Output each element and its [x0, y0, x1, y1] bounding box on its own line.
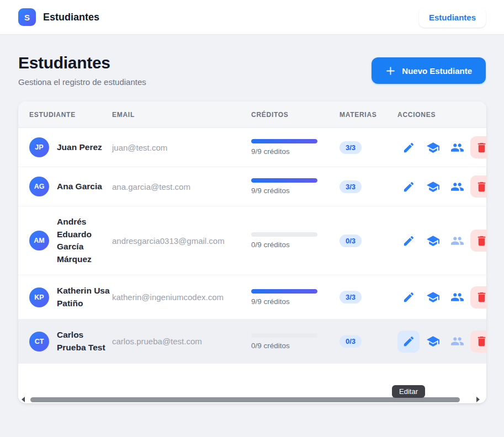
groups-button[interactable]: [446, 286, 468, 308]
pencil-icon: [402, 335, 415, 348]
materias-cell: 3/3: [339, 291, 397, 303]
credits-label: 0/9 créditos: [251, 342, 339, 350]
student-cell: AM Andrés Eduardo García Márquez: [29, 206, 112, 275]
people-icon: [450, 290, 464, 304]
student-cell: KP Katherin Usa Patiño: [29, 275, 112, 319]
credits-label: 9/9 créditos: [251, 297, 339, 306]
materias-cell: 3/3: [339, 180, 397, 193]
credits-label: 9/9 créditos: [251, 186, 339, 195]
column-header-acciones: Acciones: [397, 111, 486, 119]
page-subtitle: Gestiona el registro de estudiantes: [18, 77, 146, 87]
delete-button[interactable]: [470, 230, 486, 252]
people-icon: [450, 234, 464, 248]
credits-label: 9/9 créditos: [251, 147, 339, 156]
materias-cell: 0/3: [339, 235, 397, 247]
graduation-cap-icon: [426, 334, 440, 348]
trash-icon: [475, 291, 487, 303]
table-row: JP Juan Perez juan@test.com 9/9 créditos…: [18, 128, 486, 167]
student-cell: JP Juan Perez: [29, 128, 112, 167]
groups-button[interactable]: [446, 136, 468, 158]
student-name: Juan Perez: [57, 141, 110, 154]
table-row: AM Andrés Eduardo García Márquez andresg…: [18, 206, 486, 275]
column-header-email: Email: [112, 111, 251, 119]
students-table: Estudiante Email Créditos Materias Accio…: [18, 102, 486, 364]
groups-button[interactable]: [446, 175, 468, 198]
credits-progress-track: [251, 232, 317, 237]
delete-button[interactable]: [470, 331, 486, 353]
subjects-button[interactable]: [422, 136, 444, 158]
credits-cell: 9/9 créditos: [251, 178, 339, 195]
student-email: ana.garcia@test.com: [112, 182, 251, 191]
groups-button[interactable]: [446, 331, 468, 353]
pencil-icon: [402, 291, 415, 303]
delete-button[interactable]: [470, 175, 486, 198]
table-body: JP Juan Perez juan@test.com 9/9 créditos…: [18, 128, 486, 364]
student-avatar: AM: [29, 231, 49, 251]
delete-button[interactable]: [470, 136, 486, 158]
credits-cell: 0/9 créditos: [251, 232, 339, 249]
credits-progress-track: [251, 139, 317, 143]
app-title: Estudiantes: [43, 12, 99, 23]
table-header-row: Estudiante Email Créditos Materias Accio…: [18, 102, 486, 128]
student-cell: AG Ana Garcia: [29, 167, 112, 206]
table-row: CT Carlos Prueba Test carlos.prueba@test…: [18, 319, 486, 364]
student-avatar: AG: [29, 177, 49, 196]
scrollbar-left-arrow-icon[interactable]: [22, 397, 25, 402]
trash-icon: [475, 335, 487, 348]
materias-badge: 3/3: [339, 141, 362, 154]
trash-icon: [475, 141, 487, 154]
student-name: Katherin Usa Patiño: [57, 285, 110, 310]
pencil-icon: [402, 235, 415, 247]
scrollbar-right-arrow-icon[interactable]: [476, 397, 480, 402]
materias-badge: 3/3: [339, 180, 362, 193]
actions-cell: [397, 331, 486, 353]
page-title: Estudiantes: [18, 54, 146, 72]
graduation-cap-icon: [426, 180, 440, 194]
materias-badge: 3/3: [339, 291, 362, 303]
materias-badge: 0/3: [339, 235, 362, 247]
new-student-button[interactable]: Nuevo Estudiante: [372, 57, 486, 84]
actions-cell: [397, 136, 486, 158]
topbar: S Estudiantes Estudiantes: [0, 0, 504, 35]
student-name: Carlos Prueba Test: [57, 329, 110, 354]
graduation-cap-icon: [426, 234, 440, 248]
edit-tooltip: Editar: [392, 385, 425, 398]
edit-button[interactable]: [397, 175, 420, 198]
student-name: Andrés Eduardo García Márquez: [57, 216, 110, 265]
edit-button[interactable]: [397, 286, 420, 308]
groups-button[interactable]: [446, 230, 468, 252]
new-student-button-label: Nuevo Estudiante: [402, 66, 472, 76]
column-header-creditos: Créditos: [251, 111, 339, 119]
credits-progress-track: [251, 289, 317, 294]
credits-progress-track: [251, 333, 317, 338]
brand: S Estudiantes: [18, 8, 99, 26]
student-avatar: KP: [29, 287, 49, 307]
credits-label: 0/9 créditos: [251, 241, 339, 249]
materias-cell: 0/3: [339, 335, 397, 348]
trash-icon: [475, 235, 487, 247]
subjects-button[interactable]: [422, 286, 444, 308]
edit-button[interactable]: [397, 331, 420, 353]
actions-cell: [397, 175, 486, 198]
credits-cell: 9/9 créditos: [251, 289, 339, 306]
credits-progress-fill: [251, 178, 317, 183]
edit-button[interactable]: [397, 230, 420, 252]
subjects-button[interactable]: [422, 230, 444, 252]
main-content: Estudiantes Gestiona el registro de estu…: [0, 35, 504, 403]
subjects-button[interactable]: [422, 175, 444, 198]
people-icon: [450, 180, 464, 194]
people-icon: [450, 334, 464, 348]
page-header: Estudiantes Gestiona el registro de estu…: [18, 54, 486, 87]
table-row: AG Ana Garcia ana.garcia@test.com 9/9 cr…: [18, 167, 486, 206]
actions-cell: [397, 286, 486, 308]
student-name: Ana Garcia: [57, 180, 110, 193]
subjects-button[interactable]: [422, 331, 444, 353]
people-icon: [450, 141, 464, 154]
nav-estudiantes-button[interactable]: Estudiantes: [419, 7, 486, 28]
student-avatar: CT: [29, 332, 49, 351]
pencil-icon: [402, 180, 415, 193]
delete-button[interactable]: [470, 286, 486, 308]
materias-cell: 3/3: [339, 141, 397, 154]
edit-button[interactable]: [397, 136, 420, 158]
plus-icon: [385, 66, 396, 76]
